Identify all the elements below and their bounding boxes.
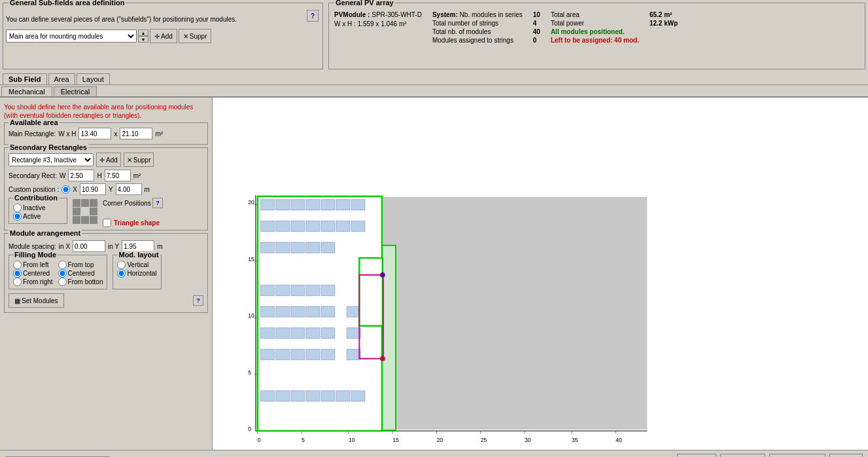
module-r4-4 <box>306 285 320 295</box>
custom-pos-radio[interactable] <box>61 185 70 194</box>
vertical-radio[interactable] <box>117 261 126 269</box>
corner-ml <box>73 208 80 215</box>
sec-rect-w[interactable] <box>68 170 94 181</box>
from-top-radio[interactable] <box>58 261 67 269</box>
svg-text:0: 0 <box>258 437 261 443</box>
print-btn[interactable]: 🖨 Print <box>677 454 716 458</box>
module-arrangement-title: Module arrangement <box>9 229 82 237</box>
tab-area[interactable]: Area <box>48 73 75 84</box>
module-r4-3 <box>291 285 305 295</box>
module-r1-4 <box>306 200 320 210</box>
spacing-x[interactable] <box>73 240 105 252</box>
total-power-value: 12.2 kWp <box>650 20 678 27</box>
sf-area-layout-tabs: Sub Field Area Layout <box>0 72 868 85</box>
centered-y-label: Centered <box>68 270 95 277</box>
module-r1-6 <box>336 200 350 210</box>
cancel-btn[interactable]: ✕ Cancel <box>720 454 765 458</box>
module-r8-5 <box>321 391 335 401</box>
centered-x-radio[interactable] <box>13 269 22 278</box>
pv-dims-value: 1.559 x 1.046 m² <box>358 20 407 27</box>
module-r7-3 <box>291 349 305 359</box>
sec-w-label: W <box>60 172 65 179</box>
horizontal-radio[interactable] <box>117 269 126 278</box>
from-bottom-label: From botton <box>68 278 103 285</box>
module-r2-6 <box>336 221 350 231</box>
available-area-section: Available area Main Rectangle: W x H x m… <box>4 122 208 145</box>
corner-mm <box>81 208 89 215</box>
module-r5-3 <box>291 306 305 317</box>
pos-x[interactable] <box>80 183 106 195</box>
bottom-bar: Summary for this sub-field area Total on… <box>0 450 868 457</box>
from-bottom-radio[interactable] <box>58 278 67 286</box>
inactive-radio[interactable] <box>13 204 22 212</box>
sec-rect-h[interactable] <box>105 170 131 181</box>
module-r6-3 <box>291 328 305 338</box>
centered-y-radio[interactable] <box>58 269 67 278</box>
svg-text:20: 20 <box>436 437 443 443</box>
subfields-help-btn[interactable]: ? <box>307 10 319 22</box>
module-r3-3 <box>291 242 305 253</box>
subfields-desc: You can define several pieces of area ("… <box>6 15 320 24</box>
arrangement-help-btn[interactable]: ? <box>193 295 203 306</box>
from-right-radio[interactable] <box>13 278 22 286</box>
erase-def-btn[interactable]: ⊘ Erase def. <box>769 454 825 458</box>
svg-rect-33 <box>359 258 383 326</box>
svg-text:15: 15 <box>248 256 254 263</box>
main-rect-unit: m² <box>155 130 163 137</box>
tab-mechanical[interactable]: Mechanical <box>1 86 52 96</box>
module-r1-3 <box>291 200 305 210</box>
main-rect-w[interactable] <box>78 128 111 139</box>
add-area-btn[interactable]: ✛ Add <box>150 29 177 43</box>
active-radio[interactable] <box>13 212 22 221</box>
add-rect-btn[interactable]: ✛ Add <box>96 153 121 167</box>
module-r2-3 <box>291 221 305 231</box>
suppr-rect-btn[interactable]: ✕ Suppr <box>124 153 154 167</box>
module-r8-3 <box>291 391 305 401</box>
from-top-label: From top <box>68 261 94 268</box>
from-right-label: From right <box>23 278 53 285</box>
set-modules-icon: ▦ <box>14 297 20 304</box>
tab-layout[interactable]: Layout <box>77 73 110 84</box>
pos-y[interactable] <box>116 183 142 195</box>
module-r4-1 <box>260 285 274 295</box>
spin-down[interactable]: ▼ <box>138 36 148 43</box>
tab-electrical[interactable]: Electrical <box>54 86 97 96</box>
tab-sub-field[interactable]: Sub Field <box>3 73 47 84</box>
suppr-icon: ✕ <box>183 33 188 40</box>
sec-rect-label: Secondary Rect: <box>9 172 57 179</box>
module-r2-7 <box>351 221 365 231</box>
system-label: System: <box>432 11 458 18</box>
main-rect-h[interactable] <box>120 128 152 139</box>
suppr-area-btn[interactable]: ✕ Suppr <box>179 29 212 43</box>
horizontal-label: Horizontal <box>127 270 156 277</box>
module-r8-1 <box>260 391 274 401</box>
corner-tr <box>90 199 97 207</box>
set-modules-btn[interactable]: ▦ Set Modules <box>9 293 64 308</box>
area-dropdown[interactable]: Main area for mounting modules <box>6 29 137 43</box>
svg-text:10: 10 <box>248 312 254 319</box>
assigned-label: Modules assigned to strings <box>432 37 513 44</box>
module-r2-2 <box>276 221 290 231</box>
area-spinner[interactable]: ▲ ▼ <box>138 29 148 43</box>
module-r2-1 <box>260 221 274 231</box>
secondary-rects-title: Secondary Rectangles <box>9 143 88 151</box>
module-r6-1 <box>260 328 274 338</box>
module-r6-4 <box>306 328 320 338</box>
corner-positions-label: Corner Positions <box>103 200 151 207</box>
module-r2-5 <box>321 221 335 231</box>
total-area-label: Total area <box>551 11 580 18</box>
rect-dropdown[interactable]: Rectangle #3, Inactive Rectangle #1, Act… <box>9 153 94 166</box>
spacing-m-label: m <box>157 243 162 250</box>
module-r3-1 <box>260 242 274 253</box>
x-label: X <box>73 186 77 193</box>
module-r6-6 <box>347 328 360 338</box>
triangle-shape-check[interactable] <box>103 219 111 227</box>
corner-help-btn[interactable]: ? <box>152 198 163 208</box>
module-r4-2 <box>276 285 290 295</box>
module-r8-4 <box>306 391 320 401</box>
from-left-radio[interactable] <box>13 261 22 269</box>
spin-up[interactable]: ▲ <box>138 29 148 36</box>
sec-h-label: H <box>97 172 101 179</box>
ok-btn[interactable]: ✓ OK <box>829 454 863 458</box>
corner-dot <box>380 272 385 278</box>
